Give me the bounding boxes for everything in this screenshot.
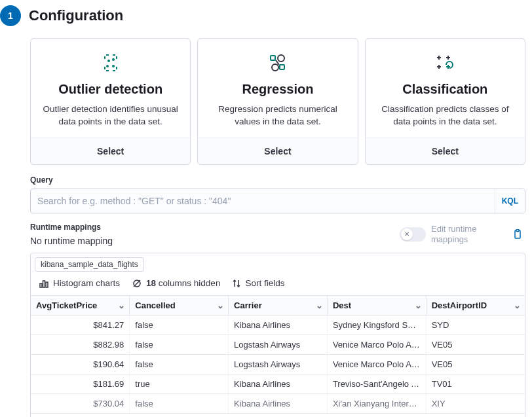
svg-rect-21: [46, 282, 48, 287]
table-row: $882.98falseLogstash AirwaysVenice Marco…: [31, 335, 525, 354]
cell-carrier: Kibana Airlines: [229, 393, 328, 413]
chevron-down-icon: ⌄: [514, 300, 521, 310]
cell-cancelled: true: [130, 374, 229, 393]
classification-icon: [375, 50, 516, 75]
svg-rect-4: [271, 56, 275, 60]
table-row: $190.64falseLogstash AirwaysVenice Marco…: [31, 354, 525, 374]
regression-icon: [207, 50, 348, 75]
edit-runtime-mappings-toggle[interactable]: ✕: [400, 227, 426, 242]
column-header-carrier[interactable]: Carrier⌄: [229, 295, 328, 315]
runtime-mappings-label: Runtime mappings: [30, 223, 113, 232]
svg-rect-18: [516, 229, 519, 231]
cell-dest: Sydney Kingsford Smith I...: [327, 315, 426, 335]
cell-dest: Venice Marco Polo Airport: [327, 354, 426, 374]
card-regression: Regression Regression predicts numerical…: [197, 38, 358, 165]
runtime-mappings-message: No runtime mapping: [30, 236, 113, 246]
sort-fields-label: Sort fields: [245, 278, 284, 288]
edit-runtime-mappings-label: Edit runtime mappings: [431, 224, 503, 244]
column-label: AvgTicketPrice: [36, 300, 97, 310]
select-button-regression[interactable]: Select: [198, 137, 357, 164]
select-button-outlier[interactable]: Select: [31, 137, 190, 164]
cell-destid: SYD: [426, 315, 525, 335]
sort-icon: [232, 279, 241, 288]
card-description: Regression predicts numerical values in …: [207, 103, 348, 128]
cell-carrier: Kibana Airlines: [229, 374, 328, 393]
column-header-avgticketprice[interactable]: AvgTicketPrice⌄: [31, 295, 130, 315]
cell-carrier: Kibana Airlines: [229, 315, 328, 335]
svg-point-5: [278, 55, 284, 62]
close-icon: ✕: [401, 228, 413, 240]
svg-point-3: [112, 65, 115, 67]
cell-cancelled: false: [130, 393, 229, 413]
cell-destid: VE05: [426, 354, 525, 374]
copy-to-clipboard-button[interactable]: [510, 227, 525, 242]
cell-destid: TV01: [426, 374, 525, 393]
column-label: Cancelled: [135, 300, 175, 310]
card-title: Regression: [207, 82, 348, 97]
card-outlier-detection: Outlier detection Outlier detection iden…: [30, 38, 191, 165]
chevron-down-icon: ⌄: [415, 300, 422, 310]
cell-destid: XIY: [426, 393, 525, 413]
index-tag[interactable]: kibana_sample_data_flights: [35, 257, 144, 272]
step-number-badge: 1: [0, 5, 21, 26]
hidden-columns-count: 18: [146, 278, 156, 288]
card-description: Outlier detection identifies unusual dat…: [40, 103, 181, 128]
cell-price: $730.04: [31, 393, 130, 413]
card-title: Outlier detection: [40, 82, 181, 97]
kql-button[interactable]: KQL: [495, 189, 525, 213]
table-row: $841.27falseKibana AirlinesSydney Kingsf…: [31, 315, 525, 335]
column-header-cancelled[interactable]: Cancelled⌄: [130, 295, 229, 315]
table-row: $181.69trueKibana AirlinesTreviso-Sant'A…: [31, 374, 525, 393]
column-header-destairportid[interactable]: DestAirportID⌄: [426, 295, 525, 315]
card-description: Classification predicts classes of data …: [375, 103, 516, 128]
svg-rect-19: [40, 283, 42, 287]
chevron-down-icon: ⌄: [217, 300, 224, 310]
svg-point-2: [106, 65, 109, 67]
svg-rect-7: [280, 65, 284, 69]
cell-destid: VE05: [426, 335, 525, 354]
cell-price: $882.98: [31, 335, 130, 354]
cell-price: $181.69: [31, 374, 130, 393]
query-label: Query: [30, 175, 525, 185]
chevron-down-icon: ⌄: [118, 300, 125, 310]
cell-carrier: Logstash Airways: [229, 354, 328, 374]
sort-fields-button[interactable]: Sort fields: [232, 278, 284, 288]
svg-point-1: [112, 58, 115, 61]
page-title: Configuration: [29, 7, 123, 24]
svg-point-0: [107, 60, 110, 62]
columns-hidden-button[interactable]: 18 columns hidden: [132, 278, 220, 289]
column-header-dest[interactable]: Dest⌄: [327, 295, 426, 315]
svg-rect-20: [43, 281, 45, 287]
cell-cancelled: false: [130, 315, 229, 335]
histogram-charts-button[interactable]: Histogram charts: [39, 278, 120, 289]
cell-cancelled: false: [130, 335, 229, 354]
histogram-charts-label: Histogram charts: [53, 278, 120, 288]
hidden-columns-label: columns hidden: [159, 278, 221, 288]
cell-price: $190.64: [31, 354, 130, 374]
query-input[interactable]: [31, 189, 495, 213]
clipboard-icon: [512, 229, 523, 240]
card-classification: Classification Classification predicts c…: [365, 38, 525, 165]
cell-price: $841.27: [31, 315, 130, 335]
cell-cancelled: false: [130, 354, 229, 374]
column-label: Carrier: [234, 300, 262, 310]
select-button-classification[interactable]: Select: [366, 137, 525, 164]
cell-dest: Venice Marco Polo Airport: [327, 335, 426, 354]
column-label: Dest: [333, 300, 351, 310]
column-label: DestAirportID: [432, 300, 487, 310]
outlier-detection-icon: [40, 50, 181, 75]
cell-carrier: Logstash Airways: [229, 335, 328, 354]
svg-point-6: [272, 64, 278, 71]
chevron-down-icon: ⌄: [316, 300, 323, 310]
card-title: Classification: [375, 82, 516, 97]
eye-off-icon: [132, 278, 142, 289]
cell-dest: Xi'an Xianyang Internatio...: [327, 393, 426, 413]
cell-dest: Treviso-Sant'Angelo Airp...: [327, 374, 426, 393]
histogram-icon: [39, 278, 49, 289]
table-row: $730.04falseKibana AirlinesXi'an Xianyan…: [31, 393, 525, 413]
